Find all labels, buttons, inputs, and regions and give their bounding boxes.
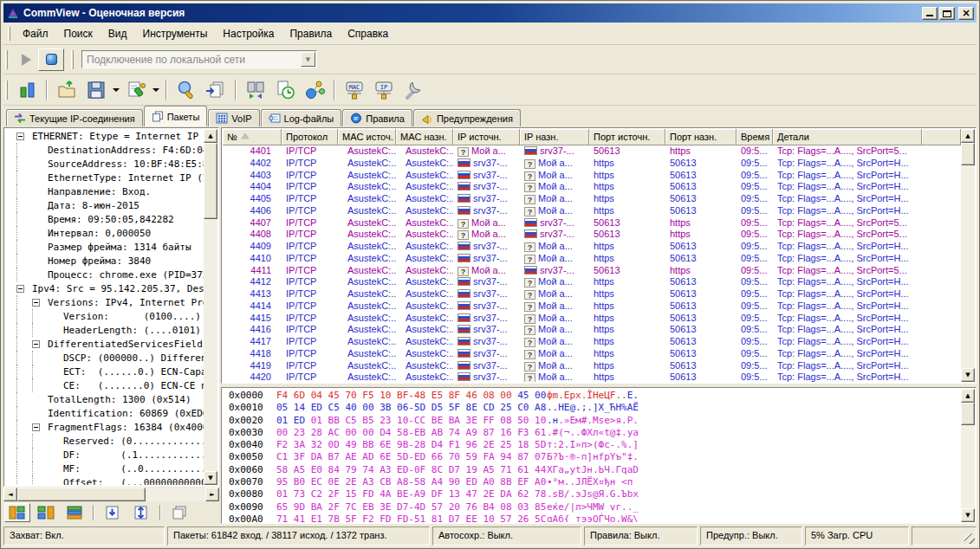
settings-button[interactable] [399, 77, 428, 103]
tree-node[interactable]: TotalLength: 1300 (0x514) [5, 392, 204, 406]
packet-row[interactable]: 4417IP/TCPAsustekC:...AsustekC:...srv37-… [223, 336, 961, 348]
copy-button[interactable] [166, 503, 192, 522]
tab-current-ip-connections[interactable]: Текущие IP-соединения [6, 109, 143, 126]
packet-row[interactable]: 4405IP/TCPAsustekC:...AsustekC:...srv37-… [223, 193, 961, 205]
scroll-down-button[interactable]: ▼ [204, 471, 217, 485]
scroll-down-button[interactable]: ▼ [961, 508, 975, 522]
column-header-mac-dst[interactable]: MAC назн. [396, 129, 453, 145]
tree-node[interactable]: Номер фрейма: 3840 [5, 254, 204, 268]
packet-row[interactable]: 4414IP/TCPAsustekC:...AsustekC:...srv37-… [223, 300, 961, 313]
hex-row[interactable]: 0x0050C1 3F DA B7 AE AD 6E 5D-ED 66 70 5… [223, 451, 961, 463]
packet-row[interactable]: 4418IP/TCPAsustekC:...AsustekC:...srv37-… [223, 348, 961, 360]
hex-row[interactable]: 0x009065 9D BA 2F 7C EB 3E D7-4D 57 20 7… [223, 501, 961, 513]
collapse-box-icon[interactable] [32, 340, 40, 348]
menu-item-file[interactable]: Файл [15, 24, 56, 43]
menu-item-help[interactable]: Справка [340, 24, 396, 43]
goto-packet-button[interactable] [201, 77, 230, 103]
column-header-protocol[interactable]: Протокол [282, 129, 338, 145]
tree-node[interactable]: Направление: Вход. [5, 184, 204, 198]
menu-item-view[interactable]: Вид [101, 24, 135, 43]
scrollbar-thumb[interactable] [961, 403, 975, 425]
tree-node[interactable]: Время: 09:50:05,842282 [5, 212, 204, 226]
scrollbar-thumb[interactable] [204, 143, 217, 219]
column-header-mac-src[interactable]: MAC источ. [338, 129, 396, 145]
hex-row[interactable]: 0x001005 14 ED C5 40 00 3B 06-5D D5 5F 8… [223, 402, 961, 414]
resize-grip-icon[interactable] [964, 533, 975, 544]
packet-row[interactable]: 4416IP/TCPAsustekC:...AsustekC:...srv37-… [223, 324, 961, 336]
collapse-box-icon[interactable] [16, 132, 24, 140]
adapter-select[interactable]: Подключение по локальной сети ▼ [81, 50, 317, 68]
hex-row[interactable]: 0x002001 ED 01 BB C5 B5 23 10-CC BE BA 3… [223, 415, 961, 427]
packet-row[interactable]: 4420IP/TCPAsustekC:...AsustekC:...srv37-… [223, 371, 961, 382]
scroll-up-button[interactable]: ▲ [961, 389, 975, 403]
autoscroll-expand-button[interactable] [128, 503, 154, 522]
ip-aliases-button[interactable]: IP [369, 77, 399, 103]
save-dropdown-button[interactable] [111, 77, 121, 103]
scroll-left-button[interactable]: ◄ [3, 488, 17, 501]
hex-vertical-scrollbar[interactable]: ▲ ▼ [961, 389, 975, 522]
toolbar-grip[interactable] [5, 50, 8, 69]
tree-node[interactable]: HeaderLength: (....0101) 20 [5, 323, 204, 337]
packet-generator-button[interactable] [300, 77, 329, 103]
scroll-up-button[interactable]: ▲ [204, 129, 217, 143]
tree-horizontal-scrollbar[interactable]: ◄ ► [3, 488, 219, 501]
column-header-details[interactable]: Детали [773, 129, 922, 145]
column-header-port-src[interactable]: Порт источн. [589, 129, 665, 145]
tree-node[interactable]: Дата: 8-июн-2015 [5, 198, 204, 212]
tree-node[interactable]: Процесс: chrome.exe (PID=3736) [5, 268, 204, 281]
mac-aliases-button[interactable]: MAC [340, 77, 369, 103]
pane-layout-rows-button[interactable] [62, 503, 88, 522]
packet-row[interactable]: 4410IP/TCPAsustekC:...AsustekC:...srv37-… [223, 253, 961, 265]
scroll-up-button[interactable]: ▲ [961, 129, 975, 143]
packet-row[interactable]: 4402IP/TCPAsustekC:...AsustekC:...srv37-… [223, 158, 961, 170]
tree-node[interactable]: CE: (.......0) ECN-CE not [5, 378, 204, 392]
adapter-dropdown-button[interactable]: ▼ [301, 52, 315, 67]
packet-row[interactable]: 4404IP/TCPAsustekC:...AsustekC:...srv37-… [223, 181, 961, 193]
tree-node[interactable]: MF: (..0.............) [5, 462, 204, 475]
tab-rules[interactable]: IFПравила [342, 109, 412, 126]
packet-row[interactable]: 4407IP/TCPAsustekC:...AsustekC:...?Мой а… [223, 217, 961, 229]
tree-node[interactable]: EthernetType: Internet IP (IPv4 [5, 171, 204, 184]
table-vertical-scrollbar[interactable]: ▲ ▼ [961, 129, 975, 382]
minimize-button[interactable] [922, 7, 938, 20]
menu-item-settings[interactable]: Настройка [215, 24, 282, 43]
tree-node[interactable]: DF: (.1..............) [5, 448, 204, 462]
collapse-box-icon[interactable] [32, 423, 40, 431]
collapse-box-icon[interactable] [16, 285, 24, 293]
packet-row[interactable]: 4409IP/TCPAsustekC:...AsustekC:...srv37-… [223, 241, 961, 253]
network-hosts-button[interactable] [241, 77, 270, 103]
hex-row[interactable]: 0x003000 23 28 AC 00 00 D4 58-EB AB 74 A… [223, 427, 961, 439]
scheduler-button[interactable] [270, 77, 300, 103]
start-capture-button[interactable] [12, 48, 38, 71]
tree-node[interactable]: DSCP: (000000..) Differentia [5, 351, 204, 365]
tree-vertical-scrollbar[interactable]: ▲ ▼ [204, 129, 217, 485]
autoscroll-down-button[interactable] [100, 503, 126, 522]
menu-item-search[interactable]: Поиск [56, 24, 101, 43]
stop-capture-button[interactable] [38, 48, 64, 71]
tree-node[interactable]: Version: (0100....) IPv [5, 309, 204, 323]
scroll-down-button[interactable]: ▼ [961, 368, 975, 382]
hex-row[interactable]: 0x0040F2 3A 32 0D 49 BB 6E 9B-28 D4 F1 9… [223, 439, 961, 451]
close-button[interactable]: × [958, 7, 974, 20]
tree-node[interactable]: FragmentFlags: 16384 (0x4000) [5, 420, 204, 434]
menu-item-tools[interactable]: Инструменты [135, 24, 216, 43]
column-header-number[interactable]: № [223, 129, 282, 145]
clear-button[interactable] [121, 77, 151, 103]
toolbar-grip[interactable] [8, 27, 10, 41]
hex-row[interactable]: 0x006058 A5 E0 84 79 74 A3 ED-0F 8C D7 1… [223, 464, 961, 476]
hex-row[interactable]: 0x007095 B0 EC 0E 2E A3 CB A8-58 A4 90 E… [223, 476, 961, 488]
scrollbar-thumb[interactable] [17, 488, 146, 501]
tree-node[interactable]: Reserved: (0...............) [5, 434, 204, 448]
tree-node[interactable]: ECT: (......0.) ECN-Capable [5, 365, 204, 378]
search-button[interactable] [172, 77, 201, 103]
tree-node[interactable]: DifferentiatedServicesField: DS [5, 337, 204, 351]
packet-row[interactable]: 4411IP/TCPAsustekC:...AsustekC:...?Мой а… [223, 265, 961, 277]
column-header-ip-src[interactable]: IP источн. [453, 129, 520, 145]
tree-node[interactable]: Интервал: 0,000050 [5, 226, 204, 240]
clear-dropdown-button[interactable] [151, 77, 161, 103]
packet-row[interactable]: 4415IP/TCPAsustekC:...AsustekC:...srv37-… [223, 313, 961, 325]
tree-node[interactable]: DestinationAddress: F4:6D:04:45 [5, 143, 204, 157]
packet-row[interactable]: 4401IP/TCPAsustekC:...AsustekC:...?Мой а… [223, 145, 961, 158]
open-file-button[interactable] [52, 77, 81, 103]
maximize-button[interactable] [939, 7, 955, 20]
